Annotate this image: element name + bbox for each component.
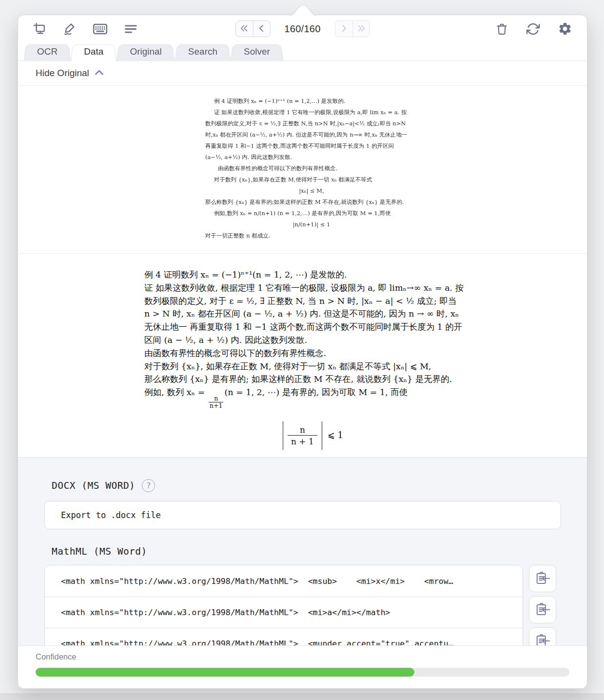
tab-label: Data [84,46,103,57]
align-left-lines-icon [124,22,138,36]
tab-search[interactable]: Search [175,43,231,60]
chevron-up-icon [94,68,104,78]
tab-original[interactable]: Original [117,43,175,60]
refresh-icon [526,22,540,36]
tab-bar: OCR Data Original Search Solver [18,42,587,61]
previous-page-button[interactable] [253,21,270,37]
nav-back-group [235,20,271,37]
fraction-denominator: n + 1 [288,435,317,447]
tab-label: Search [188,46,217,57]
hide-original-toggle[interactable]: Hide Original [18,61,587,85]
scan-line: 对于数列 {xₙ},如果存在正数 M,使得对于一切 xₙ 都满足不等式 [205,174,418,185]
new-snip-button[interactable] [33,22,47,35]
scan-line: 例如,数列 xₙ = n/(n+1) (n = 1,2,…) 是有界的,因为可取… [205,208,418,219]
mathml-row[interactable]: <math xmlns="http://www.w3.org/1998/Math… [45,628,523,646]
fraction-denominator: n+1 [209,402,223,409]
copy-mathml-button[interactable] [529,627,556,646]
rendered-example-prefix: 例如, 数列 xₙ = [144,387,208,397]
delete-button[interactable] [495,22,508,36]
confidence-label: Confidence [36,652,569,661]
rendered-line: 例 4 证明数列 xₙ = (−1)ⁿ⁺¹(n = 1, 2, ⋯) 是发散的. [144,268,482,281]
scan-line: 数列极限的定义,对于 ε = ½,∃ 正整数 N,当 n>N 时,|xₙ−a|<… [205,118,418,129]
scan-line: 由函数有界性的概念可得以下的数列有界性概念. [205,163,418,174]
mathml-list: <math xmlns="http://www.w3.org/1998/Math… [44,565,587,646]
rendered-line: 证 如果这数列收敛, 根据定理 1 它有唯一的极限, 设极限为 a, 即 lim… [144,281,482,295]
docx-heading-row: DOCX (MS WORD) ? [52,479,587,492]
desktop-background [0,693,604,700]
toolbar: 160/160 [18,15,587,42]
scan-line: |n/(n+1)| ≤ 1 [205,219,418,230]
rendered-line: n > N 时, xₙ 都在开区间 (a − ½, a + ½) 内. 但这是不… [144,307,482,320]
clipboard-copy-icon [535,602,550,618]
rendered-line: 数列极限的定义, 对于 ε = ½, ∃ 正整数 N, 当 n > N 时, |… [144,295,482,308]
popover-arrow [290,3,317,16]
ocr-rendered-text: 例 4 证明数列 xₙ = (−1)ⁿ⁺¹(n = 1, 2, ⋯) 是发散的.… [144,268,482,458]
keyboard-icon [92,22,108,36]
pen-icon [62,22,77,36]
scan-line: 证 如果这数列收敛,根据定理 1 它有唯一的极限,设极限为 a,即 lim xₙ… [205,107,418,118]
nav-forward-group [335,20,370,37]
rendered-line: 例如, 数列 xₙ = nn+1(n = 1, 2, ⋯) 是有界的, 因为可取… [144,386,482,409]
copy-mathml-button[interactable] [529,596,556,623]
fraction-numerator: n [296,424,309,435]
inline-fraction: nn+1 [208,395,224,410]
text-lines-button[interactable] [124,22,138,36]
first-page-button[interactable] [236,21,253,37]
page-navigation: 160/160 [235,20,370,37]
toolbar-left-group [33,22,138,36]
fraction-numerator: n [214,395,218,402]
scan-line: 再重复取得 1 和−1 这两个数,而这两个数不可能同时属于长度为 1 的开区间 [205,140,418,152]
rendered-line: 对于数列 {xₙ}, 如果存在正数 M, 使得对于一切 xₙ 都满足不等式 |x… [144,360,482,373]
tab-ocr[interactable]: OCR [24,43,71,60]
draw-button[interactable] [62,22,77,36]
gear-icon [558,21,572,36]
last-page-button[interactable] [352,21,370,37]
page-indicator: 160/160 [277,23,328,35]
hide-original-label: Hide Original [36,68,89,79]
double-chevron-right-icon [357,24,366,34]
confidence-fill [36,668,414,677]
chevron-left-icon [258,24,265,34]
confidence-progress-track [36,668,569,677]
scan-line: 那么称数列 {xₙ} 是有界的;如果这样的正数 M 不存在,就说数列 {xₙ} … [205,197,418,208]
scan-line: (a−½, a+½) 内. 因此这数列发散. [205,152,418,163]
formula-relation: ⩽ 1 [328,429,343,442]
keyboard-input-button[interactable] [92,22,108,36]
toolbar-right-group [495,21,572,36]
copy-mathml-button[interactable] [529,565,556,592]
rendered-line: 那么称数列 {xₙ} 是有界的; 如果这样的正数 M 不存在, 就说数列 {xₙ… [144,373,482,386]
export-section: DOCX (MS WORD) ? Export to .docx file Ma… [18,458,587,646]
ocr-rendered-panel: 例 4 证明数列 xₙ = (−1)ⁿ⁺¹(n = 1, 2, ⋯) 是发散的.… [18,254,587,458]
tab-label: Solver [244,46,270,57]
mathml-row[interactable]: <math xmlns="http://www.w3.org/1998/Math… [45,565,523,597]
refresh-button[interactable] [526,22,540,36]
scan-line: 时,xₙ 都在开区间 (a−½, a+½) 内. 但这是不可能的,因为 n→∞ … [205,129,418,140]
trash-icon [495,22,508,36]
docx-help-button[interactable]: ? [142,479,155,492]
rendered-line: 区间 (a − ½, a + ½) 内. 因此这数列发散. [144,334,482,347]
tab-label: Original [130,46,161,57]
tab-data[interactable]: Data [71,43,117,60]
tab-solver[interactable]: Solver [231,43,283,60]
rendered-line: 由函数有界性的概念可得以下的数列有界性概念. [144,347,482,360]
copy-buttons-column [529,565,556,646]
settings-button[interactable] [558,21,572,36]
confidence-section: Confidence [18,646,587,688]
scanned-textbook-image: 例 4 证明数列 xₙ = (−1)ⁿ⁺¹ (n = 1,2,…) 是发散的. … [205,96,418,241]
double-chevron-left-icon [240,24,249,34]
next-page-button[interactable] [335,21,352,37]
rendered-example-suffix: (n = 1, 2, ⋯) 是有界的, 因为可取 M = 1, 而使 [224,387,408,397]
original-scan-panel: 例 4 证明数列 xₙ = (−1)ⁿ⁺¹ (n = 1,2,…) 是发散的. … [18,85,587,254]
mathml-heading: MathML (MS Word) [52,546,147,557]
export-docx-button[interactable]: Export to .docx file [44,501,561,529]
display-fraction: n n + 1 [288,424,317,447]
tab-label: OCR [37,46,58,57]
mathml-rows-container: <math xmlns="http://www.w3.org/1998/Math… [44,565,523,646]
rendered-line: 无休止地一 再重复取得 1 和 −1 这两个数,而这两个数不可能同时属于长度为 … [144,320,482,334]
mathml-row[interactable]: <math xmlns="http://www.w3.org/1998/Math… [45,597,523,628]
scan-line: 例 4 证明数列 xₙ = (−1)ⁿ⁺¹ (n = 1,2,…) 是发散的. [205,96,418,107]
app-window: 160/160 [18,15,587,689]
scan-line: |xₙ| ≤ M, [205,185,418,197]
scan-line: 对于一切正整数 n 都成立. [205,230,418,241]
export-docx-label: Export to .docx file [61,510,161,520]
